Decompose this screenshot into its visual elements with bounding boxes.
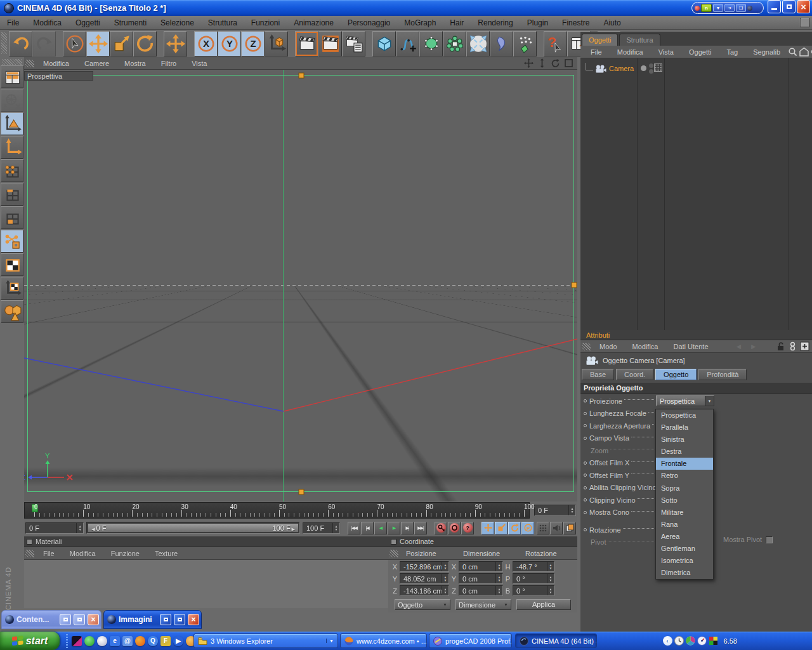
tab-struttura[interactable]: Struttura [619,34,660,46]
goto-start-button[interactable]: |◀◀ [348,522,360,534]
panel-grip[interactable] [25,60,34,67]
visibility-dot-editor-icon[interactable] [649,63,653,68]
panel-grip[interactable] [25,550,34,557]
redo-button[interactable] [32,31,56,56]
close-button[interactable]: × [188,614,199,625]
materials-menu-funzione[interactable]: Funzione [103,550,147,557]
spinner-arrows-icon[interactable] [442,562,449,571]
record-keyframe-button[interactable] [435,522,447,534]
minimize-button[interactable] [768,0,781,13]
materials-menu-texture[interactable]: Texture [147,550,185,557]
link-icon[interactable] [788,342,797,351]
projection-option-rana[interactable]: Rana [656,519,713,531]
prev-frame-button[interactable]: ◀ [374,522,387,534]
dimension-x-field[interactable]: 0 cm [459,561,503,572]
array-button[interactable] [443,31,466,56]
spinner-arrows-icon[interactable] [568,505,575,515]
media-player-icon[interactable]: ▶ [173,636,183,646]
menu-aiuto[interactable]: Aiuto [596,18,627,27]
lock-z-button[interactable]: Z [241,31,265,56]
layout-button[interactable] [1,65,23,88]
flash-icon[interactable]: F [160,636,171,646]
scale-button[interactable] [110,31,133,56]
menu-personaggio[interactable]: Personaggio [341,18,397,27]
nview-collapse-button[interactable]: ▼ [713,4,723,12]
taskbar-button-cinema-4d-64-bit[interactable]: CINEMA 4D (64 Bit) - ... [515,633,597,648]
spinner-arrows-icon[interactable] [442,574,449,583]
dimension-z-field[interactable]: 0 cm [459,585,503,596]
render-view-button[interactable] [295,31,318,56]
goto-end-button[interactable]: ▶▶| [414,522,427,534]
texture-mode-button[interactable] [1,253,23,276]
taskbar-button-progecad-2008-prof[interactable]: progeCAD 2008 Prof... [429,633,512,648]
panel-grip[interactable] [390,550,398,557]
animation-bullet-icon[interactable] [584,474,587,477]
spinner-arrows-icon[interactable] [547,586,554,595]
projection-option-sinistra[interactable]: Sinistra [656,434,713,446]
menu-selezione[interactable]: Selezione [154,18,201,27]
object-mode-button[interactable] [1,300,23,323]
projection-option-frontale[interactable]: Frontale [656,458,713,470]
window-titlebar[interactable]: CINEMA 4D (64 Bit) - [Senza Titolo 2 *] … [0,0,812,16]
animation-bullet-icon[interactable] [584,437,587,440]
object-manager-menu-modifica[interactable]: Modifica [610,48,651,56]
render-settings-button[interactable] [342,31,365,56]
spinner-arrows-icon[interactable] [547,562,554,571]
spinner-arrows-icon[interactable] [495,574,502,583]
internet-explorer-icon[interactable]: e [110,636,120,646]
live-selection-button[interactable] [63,31,86,56]
restore-button[interactable] [160,614,171,625]
view-pan-icon[interactable] [524,58,534,68]
play-forward-button[interactable]: ▶ [388,522,400,534]
projection-option-militare[interactable]: Militare [656,507,713,519]
nview-restore-button[interactable]: ❏ [736,4,746,12]
projection-option-prospettica[interactable]: Prospettica [656,409,713,421]
window-immagini-minimized[interactable]: Immagini × [103,610,202,629]
taskbar-button-3-windows-explorer[interactable]: 3 Windows Explorer▼ [193,633,338,648]
add-panel-icon[interactable] [800,342,809,351]
autokeying-button[interactable] [448,522,461,534]
help-button[interactable]: ? [544,31,567,56]
spinner-arrows-icon[interactable] [332,523,339,533]
wheel-icon[interactable] [84,636,95,646]
restore-button[interactable] [782,0,796,13]
viewport-canvas[interactable]: Y Z Prospettiva [24,70,577,501]
prev-key-button[interactable]: |◀ [361,522,374,534]
lock-x-button[interactable]: X [194,31,218,56]
menu-hair[interactable]: Hair [443,18,471,27]
firefox-icon[interactable] [135,636,145,646]
object-manager-menu-oggetti[interactable]: Oggetti [681,48,719,56]
animation-mode-button[interactable] [1,230,23,253]
winamp-icon[interactable] [72,636,82,646]
frame-spinner[interactable]: 0 F [534,505,576,516]
timeline-ruler[interactable]: 0102030405060708090100 [24,502,530,519]
maximize-button[interactable] [74,614,85,625]
viewport-menu-camere[interactable]: Camere [77,60,117,67]
spinner-arrows-icon[interactable] [495,562,502,571]
viewport-menu-vista[interactable]: Vista [184,60,214,67]
lock-y-button[interactable]: Y [218,31,241,56]
menu-oggetti[interactable]: Oggetti [69,18,107,27]
close-button[interactable]: × [88,614,99,625]
animation-bullet-icon[interactable] [584,412,587,415]
nview-move-window-button[interactable]: ➔ [724,4,735,12]
model-mode-button[interactable] [1,112,23,135]
projection-option-sotto[interactable]: Sotto [656,494,713,507]
edges-mode-button[interactable] [1,183,23,206]
window-content-browser-minimized[interactable]: Conten... × [1,610,102,629]
animation-bullet-icon[interactable] [584,399,587,402]
atom-array-button[interactable] [513,31,537,56]
attributes-menu-modifica[interactable]: Modifica [625,343,666,350]
menu-plugin[interactable]: Plugin [520,18,555,27]
projection-option-parallela[interactable]: Parallela [656,421,713,434]
animation-bullet-icon[interactable] [584,528,587,531]
key-point-level-button[interactable] [537,522,549,534]
window-layout-icon[interactable] [800,18,809,27]
polygons-mode-button[interactable] [1,206,23,229]
object-manager-menu-vista[interactable]: Vista [651,48,681,56]
attribute-tab-base[interactable]: Base [582,369,614,380]
object-manager-list[interactable]: Camera [580,58,812,330]
cd-player-icon[interactable] [97,636,107,646]
attribute-tab-oggetto[interactable]: Oggetto [655,369,697,380]
visibility-dot-render-icon[interactable] [649,69,653,74]
